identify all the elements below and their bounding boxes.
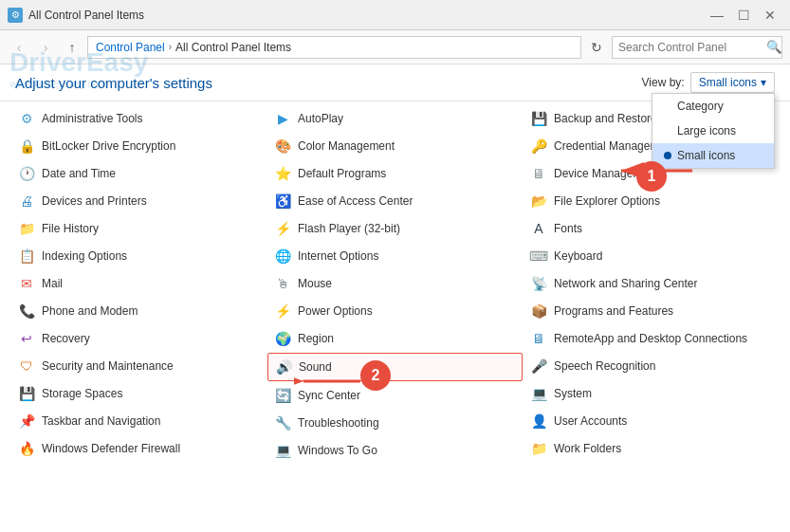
list-item[interactable]: 📡Network and Sharing Center <box>524 270 779 297</box>
back-button[interactable]: ‹ <box>8 36 30 59</box>
item-icon: 🕐 <box>17 164 36 183</box>
list-item[interactable]: 🖥RemoteApp and Desktop Connections <box>524 325 779 352</box>
search-box: 🔍 <box>612 36 782 59</box>
list-item[interactable]: 💻System <box>524 380 779 407</box>
item-icon: 🛡 <box>17 357 36 376</box>
view-dropdown-button[interactable]: Small icons ▾ <box>690 72 775 93</box>
search-button[interactable]: 🔍 <box>766 37 782 58</box>
item-label: Troubleshooting <box>298 416 379 430</box>
column-0: ⚙Administrative Tools🔒BitLocker Drive En… <box>11 105 266 528</box>
item-label: Flash Player (32-bit) <box>298 222 400 235</box>
list-item[interactable]: ♿Ease of Access Center <box>267 188 523 214</box>
list-item[interactable]: 📂File Explorer Options <box>524 188 779 214</box>
item-label: Default Programs <box>298 167 386 180</box>
path-control-panel[interactable]: Control Panel <box>96 41 165 54</box>
item-icon: 📞 <box>17 302 36 321</box>
item-icon: 📦 <box>529 302 548 321</box>
item-icon: ♿ <box>273 192 292 211</box>
list-item[interactable]: 👤User Accounts <box>524 408 779 434</box>
search-input[interactable] <box>613 37 766 58</box>
list-item[interactable]: 📌Taskbar and Navigation <box>11 408 266 434</box>
close-button[interactable]: ✕ <box>758 3 782 28</box>
address-bar: ‹ › ↑ Control Panel › All Control Panel … <box>0 30 790 64</box>
item-icon: 📌 <box>17 412 36 431</box>
content-area: DriverEasy www.DriverEasy.com Adjust you… <box>0 64 790 532</box>
list-item[interactable]: 🔄Sync Center <box>267 382 523 409</box>
list-item[interactable]: 🕐Date and Time <box>11 160 266 187</box>
view-current-label: Small icons <box>699 76 757 89</box>
item-icon: 🎨 <box>273 137 292 156</box>
list-item[interactable]: 📞Phone and Modem <box>11 298 266 324</box>
list-item[interactable]: 🎨Color Management <box>267 133 523 159</box>
item-label: Date and Time <box>42 167 116 180</box>
maximize-button[interactable]: ☐ <box>731 3 756 28</box>
dropdown-item-small-icons[interactable]: Small icons <box>652 143 774 168</box>
list-item[interactable]: 💻Windows To Go <box>267 437 523 464</box>
app-icon: ⚙ <box>8 8 23 23</box>
up-button[interactable]: ↑ <box>61 36 83 59</box>
minimize-button[interactable]: — <box>705 3 729 28</box>
item-label: Security and Maintenance <box>42 359 174 373</box>
item-icon: ↩ <box>17 329 36 348</box>
list-item[interactable]: ⭐Default Programs <box>267 160 523 187</box>
item-icon: ▶ <box>273 109 292 128</box>
item-icon: 🔥 <box>17 439 36 458</box>
column-1: ▶AutoPlay🎨Color Management⭐Default Progr… <box>266 105 523 528</box>
list-item[interactable]: 📁File History <box>11 215 266 242</box>
item-label: Administrative Tools <box>42 112 143 125</box>
list-item[interactable]: ▶AutoPlay <box>267 105 523 132</box>
item-icon: 🌍 <box>273 329 292 348</box>
item-label: File Explorer Options <box>554 194 660 208</box>
list-item[interactable]: 🖱Mouse <box>267 270 523 297</box>
item-icon: A <box>529 219 548 238</box>
item-icon: 💻 <box>529 384 548 403</box>
list-item[interactable]: 🎤Speech Recognition <box>524 353 779 379</box>
list-item[interactable]: 🖨Devices and Printers <box>11 188 266 214</box>
dropdown-label-large-icons: Large icons <box>677 124 736 138</box>
item-icon: 🔒 <box>17 137 36 156</box>
item-icon: 🖥 <box>529 164 548 183</box>
list-item[interactable]: ⚡Power Options <box>267 298 523 324</box>
forward-button[interactable]: › <box>34 36 57 59</box>
selected-dot <box>664 152 671 159</box>
list-item[interactable]: AFonts <box>524 215 779 242</box>
item-icon: ⌨ <box>529 247 548 266</box>
item-icon: ✉ <box>17 274 36 293</box>
list-item[interactable]: 🌍Region <box>267 325 523 352</box>
item-label: Device Manager <box>554 167 636 180</box>
list-item[interactable]: 📋Indexing Options <box>11 243 266 269</box>
list-item[interactable]: ✉Mail <box>11 270 266 297</box>
item-label: User Accounts <box>554 414 627 428</box>
item-label: Fonts <box>554 222 582 235</box>
list-item[interactable]: 🔥Windows Defender Firewall <box>11 435 266 462</box>
list-item[interactable]: 🛡Security and Maintenance <box>11 353 266 379</box>
list-item[interactable]: ⚙Administrative Tools <box>11 105 266 132</box>
item-label: Sync Center <box>298 389 360 402</box>
list-item[interactable]: ↩Recovery <box>11 325 266 352</box>
item-icon: 🌐 <box>273 247 292 266</box>
item-label: Color Management <box>298 139 395 153</box>
item-label: Devices and Printers <box>42 194 147 208</box>
view-dropdown: Small icons ▾ Category Large icons Small… <box>690 72 775 93</box>
list-item[interactable]: 📦Programs and Features <box>524 298 779 324</box>
item-label: RemoteApp and Desktop Connections <box>554 332 747 345</box>
item-icon: 📡 <box>529 274 548 293</box>
annotation-1: 1 <box>636 161 667 192</box>
item-icon: 📂 <box>529 192 548 211</box>
dropdown-item-large-icons[interactable]: Large icons <box>652 119 774 143</box>
refresh-button[interactable]: ↻ <box>585 36 608 59</box>
list-item[interactable]: 📁Work Folders <box>524 435 779 462</box>
item-icon: ⚡ <box>273 302 292 321</box>
item-label: Work Folders <box>554 442 621 455</box>
list-item[interactable]: ⌨Keyboard <box>524 243 779 269</box>
item-icon: 💻 <box>273 441 292 460</box>
list-item[interactable]: ⚡Flash Player (32-bit) <box>267 215 523 242</box>
window-controls: — ☐ ✕ <box>705 3 782 28</box>
view-by-label: View by: <box>642 76 685 89</box>
list-item[interactable]: 🔊Sound <box>267 353 523 381</box>
list-item[interactable]: 🔒BitLocker Drive Encryption <box>11 133 266 159</box>
list-item[interactable]: 💾Storage Spaces <box>11 380 266 407</box>
list-item[interactable]: 🔧Troubleshooting <box>267 410 523 436</box>
dropdown-item-category[interactable]: Category <box>652 94 774 119</box>
list-item[interactable]: 🌐Internet Options <box>267 243 523 269</box>
